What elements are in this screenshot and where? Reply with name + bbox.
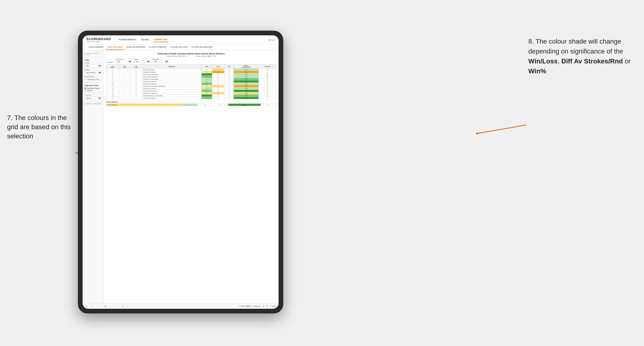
data-table: #Rank #Reg #Conf Opponent Win Loss Tie D… [106, 64, 276, 99]
toolbar-forward[interactable]: → [96, 305, 100, 308]
opponent-filter: Opponent (All) [152, 58, 169, 63]
colour-legend: Down Level Up [84, 103, 102, 105]
division-select[interactable]: NCAA Division I [84, 71, 102, 74]
legend-down-label: Down [86, 103, 90, 104]
out-of-division: Out of division NCAA Division II 1 0 0 2… [106, 101, 276, 106]
subnav-player-h2h-grid[interactable]: PLAYER H2H GRID [169, 44, 190, 50]
sub-nav: TEAM SUMMARY TEAM H2H GRID TEAM H2H HEAT… [82, 44, 278, 50]
opponent-label: Opponent [152, 58, 169, 60]
toolbar-actions: 👁 Watch ▾ 👍 ⊞ ↗ Share [252, 305, 276, 307]
toolbar-watch[interactable]: 👁 Watch ▾ [252, 305, 261, 307]
legend-level-dot [91, 103, 92, 105]
main-content: Last Updated: 27/03/2024 16:55:38 Team G… [82, 50, 278, 303]
legend-up-dot [98, 103, 98, 105]
table-row: 2 - 1 Auburn University 2 1 0 1.67 9 [106, 69, 276, 71]
logo-subtitle: Powered by clippd [86, 41, 111, 42]
toolbar-view: 📋 View: Original [238, 305, 251, 307]
table-row: 8 - 2 University of Washington 1 0 0 3.6… [106, 78, 276, 80]
toolbar-clock[interactable]: ⏱ [121, 305, 125, 308]
th-opponent: Opponent [142, 65, 202, 69]
table-row: 10 - 5 University of Alabama 3 0 0 2.61 … [106, 83, 276, 85]
table-row: 16 - 2 University of Florida 3 1 0 6.62 … [106, 97, 276, 99]
sign-out[interactable]: Sign out [268, 39, 275, 41]
th-loss: Loss [212, 65, 224, 69]
toolbar-divider1 [102, 305, 102, 308]
opponent-select[interactable]: (All) [152, 60, 169, 63]
conference-filter: Conference (All) [116, 58, 132, 63]
school-label: School (Rank) [84, 76, 102, 77]
arrow-right-icon [476, 120, 528, 139]
logo-title: SCOREBOARD [86, 37, 111, 41]
toolbar-undo[interactable]: ↩ [85, 305, 88, 308]
table-row: 6 - 2 Florida State University 4 2 0 1.8… [106, 76, 276, 78]
legend-down-dot [84, 103, 85, 105]
toolbar-share[interactable]: ↗ Share [270, 305, 276, 307]
toolbar-plus[interactable]: + [114, 305, 117, 308]
toolbar-redo[interactable]: ↪ [90, 305, 94, 308]
opponent-view-title: Opponent View [84, 84, 102, 86]
table-row: 11 - 3 University of Arkansas, Fayettevi… [106, 85, 276, 87]
nav-tournaments[interactable]: TOURNAMENTS [118, 37, 137, 42]
nav-committee[interactable]: COMMITTEE [153, 37, 168, 42]
th-reg: #Reg [119, 65, 130, 69]
th-win: Win [201, 65, 212, 69]
colour-by-label: Colour by [84, 94, 102, 96]
th-rank: #Rank [106, 65, 119, 69]
subnav-team-h2h-heatmap[interactable]: TEAM H2H HEATMAP [124, 44, 147, 50]
region-select[interactable]: (All) [134, 60, 150, 63]
legend-level-label: Level [93, 103, 96, 104]
table-row: 14 - 2 University of Oklahoma 0 1 0 -1.0… [106, 92, 276, 95]
legend-up-label: Up [100, 103, 102, 104]
logo-area: SCOREBOARD Powered by clippd [86, 37, 111, 42]
tablet-frame: SCOREBOARD Powered by clippd TOURNAMENTS… [78, 31, 283, 314]
division-record: Division Record: 88 - 17 - 0 [196, 55, 216, 57]
subnav-player-summary[interactable]: PLAYER SUMMARY [147, 44, 169, 50]
sidebar: Last Updated: 27/03/2024 16:55:38 Team G… [82, 50, 104, 303]
th-conf: #Conf [130, 65, 142, 69]
toolbar-divider2 [119, 305, 119, 308]
table-row: 9 - 1 University of Arizona 1 0 0 9.00 2 [106, 80, 276, 83]
subnav-team-summary[interactable]: TEAM SUMMARY [86, 44, 106, 50]
subnav-team-h2h-grid[interactable]: TEAM H2H GRID [106, 44, 124, 50]
region-label: Region [134, 58, 150, 60]
radio-dot-unselected [84, 90, 86, 91]
out-of-division-row: NCAA Division II 1 0 0 26.00 3 [106, 104, 276, 106]
school-value: 1. University of Nort... [84, 78, 102, 81]
grid-record: Overall Record: 89 - 17 - 0 Division Rec… [106, 55, 276, 57]
toolbar-grid[interactable]: ⊞ [266, 305, 268, 307]
toolbar-thumbs[interactable]: 👍 [262, 305, 265, 307]
radio-top100[interactable]: Top 100 [84, 90, 102, 91]
nav-teams[interactable]: TEAMS [140, 37, 150, 42]
conference-select[interactable]: (All) [116, 60, 132, 63]
subnav-player-h2h-heatmap[interactable]: PLAYER H2H HEATMAP [190, 44, 215, 50]
th-tie: Tie [224, 65, 234, 69]
top-nav: SCOREBOARD Powered by clippd TOURNAMENTS… [82, 35, 278, 44]
table-row: 4 - 1 Arizona State University 5 1 0 2.2… [106, 73, 276, 76]
table-row: 15 - 4 Georgia Institute of Technology 5… [106, 95, 276, 97]
annotation-left: 7. The colours in the grid are based on … [7, 113, 73, 141]
nav-links: TOURNAMENTS TEAMS COMMITTEE [118, 37, 263, 42]
grid-content: University of North Carolina Head-to-Hea… [104, 50, 278, 303]
last-updated: Last Updated: 27/03/2024 16:55:38 [84, 53, 102, 55]
out-of-division-title: Out of division [106, 101, 276, 103]
team-section-title: Team [84, 59, 102, 61]
annotation-right: 8. The colour shade will change dependin… [528, 36, 637, 76]
colour-by-select[interactable]: Win/loss [84, 96, 102, 100]
table-row: 13 - 1 Texas Tech University 3 0 0 5.56 … [106, 90, 276, 92]
gender-select[interactable]: Men's [84, 64, 102, 67]
radio-dot-selected [84, 87, 86, 89]
opponents-label: Opponents: [106, 61, 114, 63]
toolbar-minus[interactable]: − [109, 305, 112, 308]
gender-label: Gender [84, 62, 102, 64]
grid-title: University of North Carolina Head-to-Hea… [106, 53, 276, 55]
toolbar-copy[interactable]: ⊞ [104, 305, 107, 308]
bottom-toolbar: ↩ ↪ → ⊞ − + ⏱ 📋 View: Original 👁 Watch ▾… [82, 303, 278, 309]
filters-row: Opponents: Conference (All) Region (All) [106, 58, 276, 63]
overall-record: Overall Record: 89 - 17 - 0 [167, 55, 186, 57]
table-row: 12 - 3 University of Virginia 1 0 0 2.33… [106, 87, 276, 90]
conference-label: Conference [116, 58, 132, 60]
radio-opponents-played[interactable]: Opponents Played [84, 87, 102, 89]
opponent-radio-group: Opponents Played Top 100 [84, 87, 102, 91]
region-filter: Region (All) [134, 58, 150, 63]
toolbar-divider3 [126, 305, 127, 308]
